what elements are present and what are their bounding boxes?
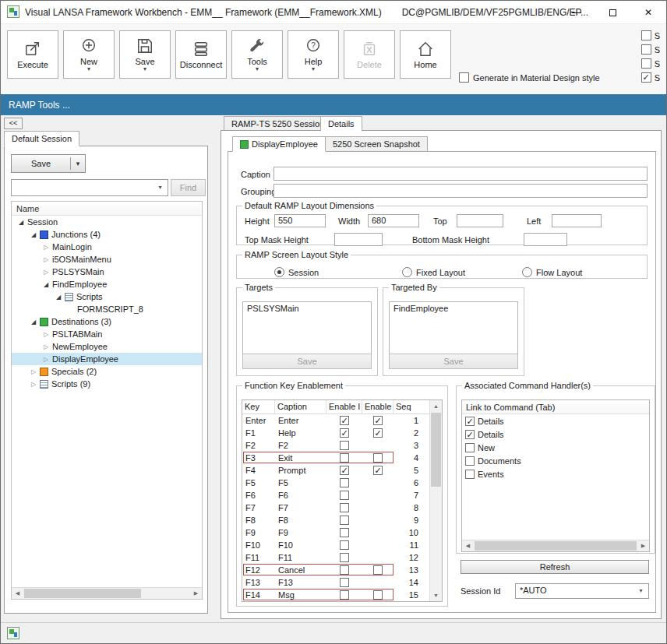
help-dropdown-icon[interactable]: ▾ — [312, 67, 315, 72]
function-key-row[interactable]: F12Cancel13 — [242, 564, 442, 576]
scrollbar-thumb[interactable] — [431, 413, 441, 487]
function-key-row[interactable]: F8F89 — [242, 514, 442, 526]
home-button[interactable]: Home — [400, 30, 451, 79]
expander-icon[interactable]: ◢ — [15, 219, 27, 226]
checkbox-icon[interactable] — [340, 503, 349, 512]
tools-dropdown-icon[interactable]: ▾ — [256, 67, 259, 72]
checkbox-icon[interactable] — [373, 565, 383, 575]
tree-item[interactable]: ◢FindEmployee — [12, 278, 202, 290]
checkbox-icon[interactable] — [340, 441, 349, 450]
tree-item[interactable]: ◢Scripts — [12, 290, 202, 303]
tree-item[interactable]: ◢Session — [12, 216, 202, 228]
function-key-row[interactable]: F14Msg15 — [242, 589, 442, 601]
function-key-row[interactable]: EnterEnter✓✓1 — [242, 414, 442, 427]
checkbox-icon[interactable] — [340, 578, 349, 587]
expander-icon[interactable]: ◢ — [40, 281, 52, 288]
checkbox-icon[interactable] — [641, 44, 651, 55]
function-key-header-row[interactable]: Key Caption Enable I Enable Seq — [242, 400, 442, 414]
command-handler-item[interactable]: ✓Details — [462, 428, 649, 441]
tree-item[interactable]: ▷i5OSMainMenu — [12, 253, 202, 266]
expander-icon[interactable]: ◢ — [52, 294, 65, 301]
save-dropdown-icon[interactable]: ▾ — [143, 67, 146, 72]
s-checkbox-row[interactable]: S — [641, 44, 660, 55]
s-checkbox-row[interactable]: S — [641, 58, 660, 69]
checkbox-icon[interactable]: ✓ — [340, 416, 349, 425]
expander-icon[interactable]: ▷ — [40, 356, 52, 363]
tree-item[interactable]: ▷DisplayEmployee — [12, 353, 202, 365]
checkbox-icon[interactable] — [340, 590, 349, 600]
targeted-by-item[interactable]: FindEmployee — [393, 304, 448, 313]
tab-5250-screen-snapshot[interactable]: 5250 Screen Snapshot — [325, 136, 428, 152]
targeted-by-list[interactable]: FindEmployee — [389, 301, 518, 356]
top-mask-height-field[interactable] — [334, 233, 383, 246]
top-field[interactable] — [457, 214, 503, 227]
command-handler-item[interactable]: Documents — [462, 454, 649, 467]
help-button[interactable]: ? Help ▾ — [288, 30, 339, 79]
expander-icon[interactable]: ▷ — [40, 331, 52, 338]
command-handler-item[interactable]: New — [462, 441, 649, 454]
function-key-row[interactable]: F2F23 — [242, 439, 442, 452]
tree-item[interactable]: ▷Specials (2) — [12, 365, 202, 378]
checkbox-icon[interactable] — [340, 491, 349, 500]
tab-ramp-ts-session[interactable]: RAMP-TS 5250 Session — [224, 116, 332, 132]
tools-button[interactable]: Tools ▾ — [231, 30, 283, 79]
radio-icon[interactable] — [274, 267, 284, 277]
height-field[interactable]: 550 — [274, 214, 326, 227]
seq-column-header[interactable]: Seq — [393, 400, 431, 413]
tree-item[interactable]: ▷Scripts (9) — [12, 378, 202, 390]
chevron-down-icon[interactable]: ▾ — [635, 586, 647, 596]
function-key-row[interactable]: F9F910 — [242, 526, 442, 539]
checkbox-icon[interactable]: ✓ — [373, 416, 383, 425]
bottom-mask-height-field[interactable] — [524, 233, 567, 246]
checkbox-icon[interactable]: ✓ — [641, 72, 651, 83]
checkbox-icon[interactable] — [340, 528, 349, 537]
tree-item[interactable]: ◢Junctions (4) — [12, 228, 202, 241]
status-app-icon[interactable] — [7, 627, 19, 641]
save-button[interactable]: Save ▾ — [119, 30, 171, 79]
expander-icon[interactable]: ▷ — [40, 244, 52, 251]
expander-icon[interactable]: ▷ — [40, 269, 52, 276]
checkbox-icon[interactable] — [465, 456, 475, 466]
checkbox-icon[interactable]: ✓ — [465, 417, 475, 426]
scrollbar-thumb[interactable] — [24, 589, 141, 598]
function-key-row[interactable]: F1Help✓✓2 — [242, 427, 442, 439]
new-button[interactable]: New ▾ — [63, 30, 115, 79]
tree-item[interactable]: ▷MainLogin — [12, 241, 202, 253]
checkbox-icon[interactable] — [641, 58, 651, 69]
checkbox-icon[interactable]: ✓ — [373, 466, 383, 475]
expander-icon[interactable]: ▷ — [27, 368, 40, 375]
tree-item[interactable]: ◢Destinations (3) — [12, 315, 202, 328]
checkbox-icon[interactable] — [373, 453, 383, 463]
function-key-row[interactable]: F10F1011 — [242, 539, 442, 551]
material-design-checkbox[interactable]: Generate in Material Design style — [459, 72, 600, 83]
collapse-panel-button[interactable]: << — [4, 118, 23, 129]
s-checkbox-row[interactable]: S — [641, 30, 660, 40]
tab-default-session[interactable]: Default Session — [4, 131, 79, 146]
save-dropdown-icon[interactable]: ▾ — [71, 160, 85, 167]
scrollbar-thumb[interactable] — [475, 541, 637, 551]
checkbox-icon[interactable] — [465, 470, 475, 479]
tree-item[interactable]: ▷NewEmployee — [12, 340, 202, 353]
expander-icon[interactable]: ◢ — [27, 231, 40, 238]
radio-option[interactable]: Fixed Layout — [402, 267, 465, 277]
tree-item[interactable]: ▷PSLTABMain — [12, 328, 202, 340]
caption-column-header[interactable]: Caption — [275, 400, 326, 413]
scroll-left-icon[interactable]: ◀ — [12, 588, 23, 599]
scroll-right-icon[interactable]: ▶ — [190, 588, 202, 599]
expander-icon[interactable]: ▷ — [27, 381, 40, 388]
command-handler-item[interactable]: Events — [462, 467, 649, 480]
radio-icon[interactable] — [522, 267, 532, 277]
checkbox-icon[interactable] — [340, 553, 349, 562]
function-key-row[interactable]: F7F78 — [242, 501, 442, 514]
execute-button[interactable]: Execute — [7, 30, 58, 79]
tab-display-employee[interactable]: DisplayEmployee — [232, 136, 326, 152]
tree-filter-combobox[interactable]: ▾ — [11, 179, 168, 196]
expander-icon[interactable]: ▷ — [40, 343, 52, 350]
tree-horizontal-scrollbar[interactable]: ◀ ▶ — [12, 587, 202, 599]
checkbox-icon[interactable] — [340, 453, 349, 463]
scroll-up-icon[interactable]: ▲ — [430, 400, 442, 412]
expander-icon[interactable]: ▷ — [40, 256, 52, 263]
checkbox-icon[interactable]: ✓ — [465, 430, 475, 439]
scroll-left-icon[interactable]: ◀ — [462, 540, 474, 551]
refresh-button[interactable]: Refresh — [461, 560, 649, 574]
